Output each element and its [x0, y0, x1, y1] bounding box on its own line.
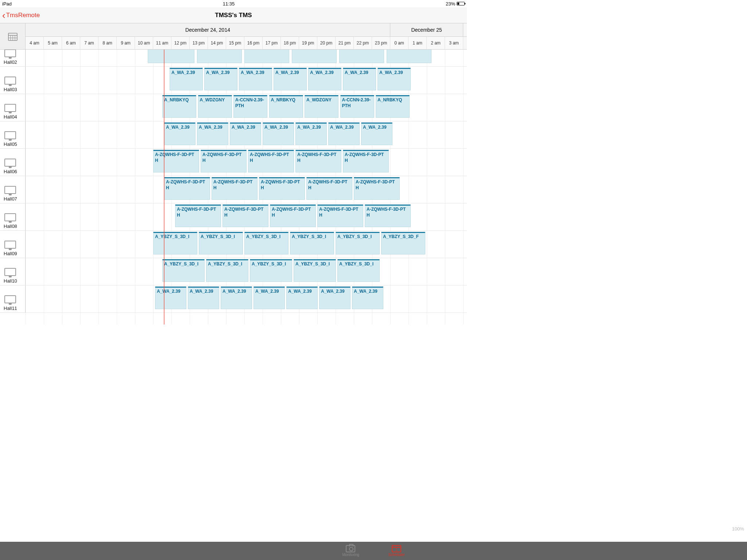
event-label: A-CCNN-2.39-PTH: [342, 97, 372, 109]
event-label: A-ZQWHS-F-3D-PTH: [166, 179, 208, 191]
schedule-event[interactable]: A_YBZY_S_3D_F: [381, 232, 425, 254]
event-label: A_WA_2.39: [157, 289, 185, 295]
schedule-event[interactable]: A_WA_2.39: [170, 68, 203, 90]
schedule-event[interactable]: A_WA_2.39: [308, 68, 341, 90]
schedule-event[interactable]: PTH: [197, 50, 242, 63]
schedule-event[interactable]: A-ZQWHS-F-3D-PTH: [164, 177, 210, 200]
schedule-event[interactable]: A_WA_2.39: [253, 287, 285, 309]
schedule-event[interactable]: A_WA_2.39: [328, 122, 360, 145]
hour-header: 20 pm: [317, 37, 336, 49]
hour-header: 16 pm: [244, 37, 263, 49]
schedule-event[interactable]: A_WA_2.39: [352, 287, 383, 309]
schedule-event[interactable]: A_WDZGNY: [305, 95, 338, 118]
schedule-event[interactable]: [387, 50, 431, 63]
schedule-event[interactable]: A-ZQWHS-F-3D-PTH: [153, 150, 199, 172]
event-label: A-ZQWHS-F-3D-PTH: [345, 152, 387, 163]
timeline-row: A_YBZY_S_3D_IA_YBZY_S_3D_IA_YBZY_S_3D_IA…: [26, 258, 467, 285]
schedule-event[interactable]: A_YBZY_S_3D_I: [290, 232, 334, 254]
hall-cell[interactable]: Hall04: [0, 94, 26, 121]
hall-cell[interactable]: Hall06: [0, 149, 26, 176]
hall-cell[interactable]: Hall03: [0, 67, 26, 94]
timeline-row: A-ZQWHS-F-3D-PTHA-ZQWHS-F-3D-PTHA-ZQWHS-…: [26, 203, 467, 231]
scheduler-body[interactable]: Hall02Hall03Hall04Hall05Hall06Hall07Hall…: [0, 50, 467, 324]
hall-cell[interactable]: Hall07: [0, 176, 26, 203]
schedule-event[interactable]: A_WA_2.39: [361, 122, 392, 145]
schedule-event[interactable]: PTH: [148, 50, 194, 63]
back-button[interactable]: ‹ TmsRemote: [0, 11, 40, 20]
event-label: A-CCNN-2.39-PTH: [235, 97, 266, 109]
event-label: A_YBZY_S_3D_I: [164, 261, 203, 267]
schedule-event[interactable]: A-ZQWHS-F-3D-PTH: [306, 177, 352, 200]
schedule-event[interactable]: A_YBZY_S_3D_I: [294, 259, 336, 282]
event-label: A_YBZY_S_3D_I: [246, 234, 287, 240]
hall-cell[interactable]: Hall09: [0, 231, 26, 258]
schedule-event[interactable]: A_WA_2.39: [378, 68, 411, 90]
schedule-event[interactable]: A_WA_2.39: [204, 68, 237, 90]
schedule-event[interactable]: A_YBZY_S_3D_I: [162, 259, 205, 282]
schedule-event[interactable]: A_WA_2.39: [286, 287, 318, 309]
hour-header: 17 pm: [263, 37, 281, 49]
schedule-event[interactable]: A_WA_2.39: [263, 122, 294, 145]
schedule-event[interactable]: A_YBZY_S_3D_I: [153, 232, 197, 254]
schedule-event[interactable]: A-ZQWHS-F-3D-PTH: [295, 150, 341, 172]
schedule-event[interactable]: A_YBZY_S_3D_I: [199, 232, 243, 254]
event-label: A_NRBKYQ: [271, 97, 301, 103]
schedule-event[interactable]: A_WA_2.39: [295, 122, 327, 145]
schedule-event[interactable]: [292, 50, 337, 63]
schedule-event[interactable]: A-ZQWHS-F-3D-PTH: [259, 177, 305, 200]
hour-header: 23 pm: [372, 37, 390, 49]
monitor-icon: [4, 131, 16, 139]
schedule-event[interactable]: A_YBZY_S_3D_I: [250, 259, 292, 282]
schedule-event[interactable]: A-CCNN-2.39-PTH: [233, 95, 267, 118]
schedule-event[interactable]: A_WA_2.39: [274, 68, 307, 90]
schedule-event[interactable]: A_YBZY_S_3D_I: [336, 232, 380, 254]
schedule-event[interactable]: A_YBZY_S_3D_I: [244, 232, 289, 254]
schedule-event[interactable]: A-ZQWHS-F-3D-PTH: [270, 205, 316, 227]
hall-cell[interactable]: Hall10: [0, 258, 26, 285]
schedule-event[interactable]: [339, 50, 384, 63]
event-label: A_YBZY_S_3D_I: [201, 234, 241, 240]
schedule-event[interactable]: A_NRBKYQ: [162, 95, 196, 118]
schedule-event[interactable]: A_WA_2.39: [239, 68, 272, 90]
schedule-event[interactable]: A_NRBKYQ: [269, 95, 303, 118]
schedule-event[interactable]: A_NRBKYQ: [376, 95, 410, 118]
schedule-event[interactable]: A-ZQWHS-F-3D-PTH: [201, 150, 247, 172]
schedule-event[interactable]: A-ZQWHS-F-3D-PTH: [317, 205, 363, 227]
schedule-event[interactable]: A-ZQWHS-F-3D-PTH: [212, 177, 258, 200]
schedule-event[interactable]: A_YBZY_S_3D_I: [337, 259, 380, 282]
hour-header: 6 am: [62, 37, 80, 49]
schedule-event[interactable]: A_WA_2.39: [197, 122, 228, 145]
schedule-event[interactable]: A_WA_2.39: [319, 287, 351, 309]
schedule-event[interactable]: A_WA_2.39: [343, 68, 376, 90]
calendar-button[interactable]: [0, 23, 26, 50]
timeline-row: A_WA_2.39A_WA_2.39A_WA_2.39A_WA_2.39A_WA…: [26, 67, 467, 94]
schedule-event[interactable]: A-ZQWHS-F-3D-PTH: [343, 150, 389, 172]
schedule-event[interactable]: A-ZQWHS-F-3D-PTH: [354, 177, 400, 200]
hour-header: 2 am: [427, 37, 445, 49]
schedule-event[interactable]: [244, 50, 289, 63]
schedule-event[interactable]: A_YBZY_S_3D_I: [206, 259, 248, 282]
schedule-event[interactable]: A-CCNN-2.39-PTH: [340, 95, 374, 118]
schedule-event[interactable]: A-ZQWHS-F-3D-PTH: [175, 205, 221, 227]
schedule-event[interactable]: A_WA_2.39: [230, 122, 261, 145]
schedule-event[interactable]: A-ZQWHS-F-3D-PTH: [365, 205, 411, 227]
schedule-event[interactable]: A-ZQWHS-F-3D-PTH: [248, 150, 294, 172]
schedule-event[interactable]: A-ZQWHS-F-3D-PTH: [222, 205, 268, 227]
event-label: A_WA_2.39: [354, 289, 382, 295]
event-label: A_WA_2.39: [363, 125, 391, 131]
schedule-event[interactable]: A_WA_2.39: [164, 122, 196, 145]
event-label: A_YBZY_S_3D_I: [252, 261, 290, 267]
schedule-event[interactable]: A_WA_2.39: [221, 287, 252, 309]
event-label: A_WA_2.39: [330, 125, 358, 131]
schedule-event[interactable]: A_WDZGNY: [198, 95, 232, 118]
event-label: A_WA_2.39: [232, 125, 259, 131]
schedule-event[interactable]: A_WA_2.39: [188, 287, 219, 309]
event-label: A_WA_2.39: [345, 70, 374, 76]
hall-cell[interactable]: Hall05: [0, 121, 26, 149]
hall-cell[interactable]: Hall08: [0, 203, 26, 231]
hall-label: Hall05: [4, 141, 17, 147]
schedule-event[interactable]: A_WA_2.39: [155, 287, 186, 309]
hall-cell[interactable]: Hall11: [0, 285, 26, 313]
back-label: TmsRemote: [6, 12, 40, 19]
hall-cell[interactable]: Hall02: [0, 50, 26, 67]
